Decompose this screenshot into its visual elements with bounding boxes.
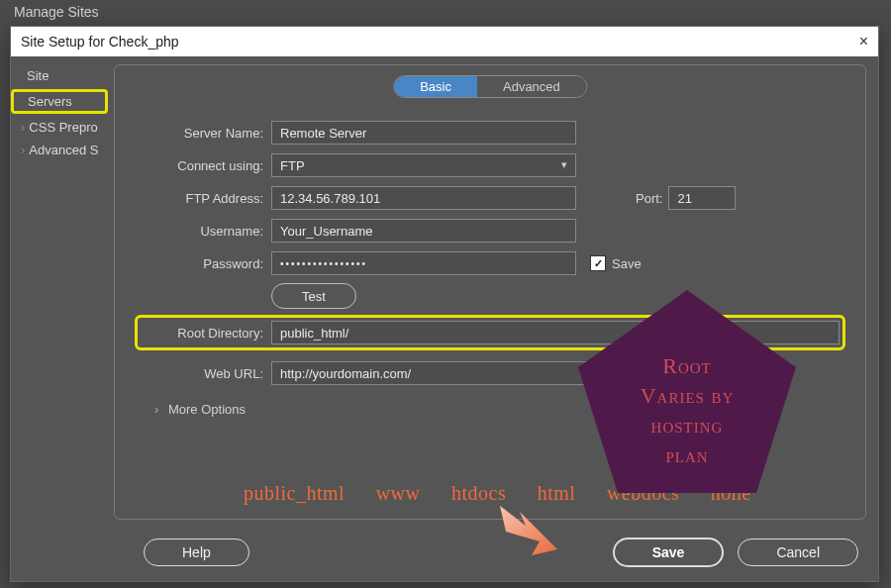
tab-group: Basic Advanced xyxy=(393,75,587,98)
dialog-titlebar: Site Setup for Check_php × xyxy=(11,27,878,56)
chevron-down-icon: ▾ xyxy=(561,158,567,171)
web-url-input[interactable]: http://yourdomain.com/ xyxy=(271,361,596,385)
save-password-label: Save xyxy=(612,256,642,271)
site-setup-dialog: Site Setup for Check_php × Site Servers … xyxy=(10,26,879,582)
dialog-button-row: Help Save Cancel xyxy=(130,538,858,567)
username-label: Username: xyxy=(135,224,271,239)
ftp-address-label: FTP Address: xyxy=(135,191,271,206)
root-examples-annotation: public_html www htdocs html webdocs none xyxy=(244,482,751,505)
help-button[interactable]: Help xyxy=(144,539,249,566)
sidebar-item-advanced-settings[interactable]: Advanced S xyxy=(11,139,108,161)
connect-using-value: FTP xyxy=(280,158,305,173)
server-name-input[interactable]: Remote Server xyxy=(271,121,576,145)
close-icon[interactable]: × xyxy=(859,33,868,50)
manage-sites-title: Manage Sites xyxy=(14,4,99,20)
category-sidebar: Site Servers CSS Prepro Advanced S xyxy=(11,64,108,161)
tab-advanced[interactable]: Advanced xyxy=(477,76,586,97)
password-label: Password: xyxy=(135,256,271,271)
tab-basic[interactable]: Basic xyxy=(394,76,477,97)
web-url-label: Web URL: xyxy=(135,366,271,381)
root-directory-highlight: Root Directory: public_html/ xyxy=(135,315,845,350)
dialog-title: Site Setup for Check_php xyxy=(21,34,179,49)
save-button[interactable]: Save xyxy=(613,538,725,567)
port-label: Port: xyxy=(636,191,662,206)
root-directory-input[interactable]: public_html/ xyxy=(271,321,840,344)
save-password-checkbox[interactable]: ✓ xyxy=(590,255,606,271)
more-options-label: More Options xyxy=(168,402,246,417)
connect-using-select[interactable]: FTP ▾ xyxy=(271,153,576,177)
server-form: Server Name: Remote Server Connect using… xyxy=(135,113,845,417)
cancel-button[interactable]: Cancel xyxy=(738,539,858,566)
password-input[interactable]: •••••••••••••••• xyxy=(271,251,576,275)
server-settings-panel: Basic Advanced Server Name: Remote Serve… xyxy=(114,64,866,520)
server-name-label: Server Name: xyxy=(135,126,271,141)
sidebar-item-servers[interactable]: Servers xyxy=(11,89,108,114)
ftp-address-input[interactable]: 12.34.56.789.101 xyxy=(271,186,576,210)
more-options-toggle[interactable]: › More Options xyxy=(154,402,845,417)
test-button[interactable]: Test xyxy=(271,283,356,309)
root-directory-label: Root Directory: xyxy=(141,326,271,341)
sidebar-item-css-preprocessors[interactable]: CSS Prepro xyxy=(11,116,108,139)
port-input[interactable]: 21 xyxy=(668,186,736,210)
sidebar-item-site[interactable]: Site xyxy=(11,64,108,87)
connect-using-label: Connect using: xyxy=(135,158,271,173)
username-input[interactable]: Your_Username xyxy=(271,219,576,243)
chevron-right-icon: › xyxy=(154,402,158,417)
